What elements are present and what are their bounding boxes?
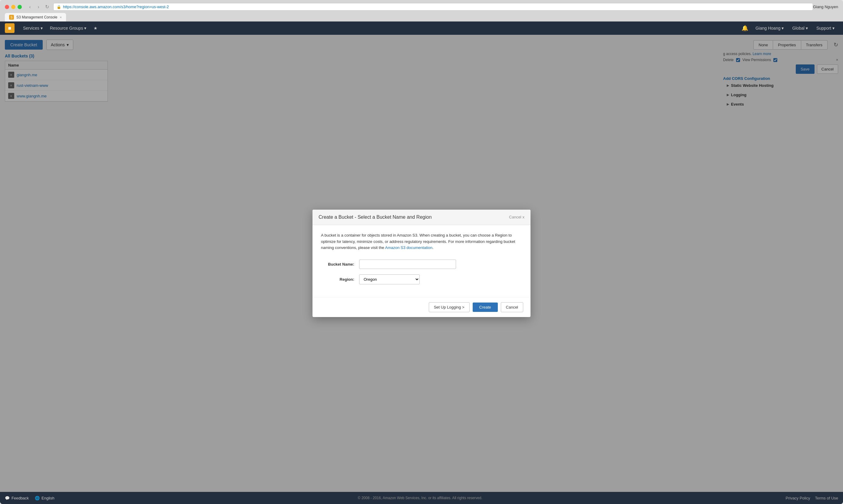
services-nav-item[interactable]: Services ▾	[19, 21, 46, 35]
browser-nav-buttons: ‹ › ↻	[27, 4, 50, 10]
modal-header: Create a Bucket - Select a Bucket Name a…	[312, 210, 531, 225]
setup-logging-button[interactable]: Set Up Logging >	[429, 302, 470, 312]
aws-footer: 💬 Feedback 🌐 English © 2008 - 2016, Amaz…	[0, 492, 843, 504]
maximize-button[interactable]	[18, 5, 22, 9]
modal-title: Create a Bucket - Select a Bucket Name a…	[319, 215, 432, 220]
region-row: Region: Oregon US Standard N. California…	[321, 274, 522, 284]
global-label: Global	[792, 26, 804, 31]
lock-icon: 🔒	[57, 5, 61, 9]
bucket-name-input[interactable]	[359, 259, 456, 269]
aws-navbar: ■ Services ▾ Resource Groups ▾ ★ 🔔 Giang…	[0, 21, 843, 35]
bell-icon[interactable]: 🔔	[739, 25, 751, 32]
feedback-label: Feedback	[12, 496, 29, 500]
bookmarks-nav-item[interactable]: ★	[90, 21, 101, 35]
region-select[interactable]: Oregon US Standard N. California Ireland…	[359, 274, 420, 284]
services-chevron-icon: ▾	[40, 26, 43, 31]
user-menu[interactable]: Giang Hoang ▾	[752, 21, 788, 35]
forward-button[interactable]: ›	[35, 4, 42, 10]
support-label: Support	[816, 26, 831, 31]
browser-window: ‹ › ↻ 🔒 https://console.aws.amazon.com/s…	[0, 0, 843, 504]
close-button[interactable]	[5, 5, 9, 9]
modal-header-cancel-button[interactable]: Cancel x	[509, 215, 524, 219]
addressbar-right: Giang Nguyen	[813, 4, 838, 9]
resource-groups-label: Resource Groups	[50, 26, 83, 31]
support-chevron-icon: ▾	[832, 26, 835, 31]
feedback-button[interactable]: 💬 Feedback	[5, 496, 29, 500]
tab-title: S3 Management Console	[16, 15, 57, 19]
globe-icon: 🌐	[35, 496, 40, 500]
support-menu[interactable]: Support ▾	[813, 21, 838, 35]
minimize-button[interactable]	[11, 5, 15, 9]
create-bucket-submit-button[interactable]: Create	[473, 303, 498, 312]
bucket-name-label: Bucket Name:	[321, 262, 354, 267]
region-label: Region:	[321, 277, 354, 282]
user-nav-label: Giang Hoang	[756, 26, 780, 31]
create-bucket-modal: Create a Bucket - Select a Bucket Name a…	[312, 210, 531, 317]
language-label: English	[41, 496, 54, 500]
url-text: https://console.aws.amazon.com/s3/home?r…	[63, 4, 169, 9]
feedback-icon: 💬	[5, 496, 10, 500]
traffic-lights	[5, 5, 22, 9]
global-chevron-icon: ▾	[806, 26, 808, 31]
star-icon: ★	[93, 26, 98, 31]
browser-tab[interactable]: S S3 Management Console ×	[5, 13, 66, 21]
modal-cancel-button[interactable]: Cancel	[501, 302, 523, 312]
aws-console: ■ Services ▾ Resource Groups ▾ ★ 🔔 Giang…	[0, 21, 843, 504]
modal-footer: Set Up Logging > Create Cancel	[312, 297, 531, 317]
bucket-name-row: Bucket Name:	[321, 259, 522, 269]
modal-overlay: Create a Bucket - Select a Bucket Name a…	[0, 35, 843, 492]
refresh-button[interactable]: ↻	[44, 4, 50, 10]
browser-titlebar: ‹ › ↻ 🔒 https://console.aws.amazon.com/s…	[0, 0, 843, 21]
terms-of-use-link[interactable]: Terms of Use	[815, 496, 838, 500]
tab-close-button[interactable]: ×	[59, 15, 62, 19]
browser-tab-bar: S S3 Management Console ×	[5, 13, 838, 21]
back-button[interactable]: ‹	[27, 4, 33, 10]
tab-favicon: S	[9, 15, 14, 20]
footer-links: Privacy Policy Terms of Use	[786, 496, 839, 500]
user-label: Giang Nguyen	[813, 4, 838, 9]
global-menu[interactable]: Global ▾	[789, 21, 811, 35]
aws-nav-right: 🔔 Giang Hoang ▾ Global ▾ Support ▾	[739, 21, 838, 35]
resource-groups-chevron-icon: ▾	[84, 26, 86, 31]
s3-content: Create Bucket Actions ▾ None Properties …	[0, 35, 843, 492]
modal-body: A bucket is a container for objects stor…	[312, 225, 531, 297]
browser-controls: ‹ › ↻ 🔒 https://console.aws.amazon.com/s…	[5, 3, 838, 11]
aws-logo: ■	[5, 23, 15, 33]
modal-description: A bucket is a container for objects stor…	[321, 232, 522, 251]
services-label: Services	[23, 26, 39, 31]
privacy-policy-link[interactable]: Privacy Policy	[786, 496, 810, 500]
resource-groups-nav-item[interactable]: Resource Groups ▾	[46, 21, 90, 35]
language-selector[interactable]: 🌐 English	[35, 496, 54, 500]
footer-copyright: © 2008 - 2016, Amazon Web Services, Inc.…	[54, 496, 786, 500]
address-bar[interactable]: 🔒 https://console.aws.amazon.com/s3/home…	[53, 3, 813, 11]
user-chevron-icon: ▾	[781, 26, 784, 31]
s3-docs-link[interactable]: Amazon S3 documentation	[385, 245, 432, 250]
